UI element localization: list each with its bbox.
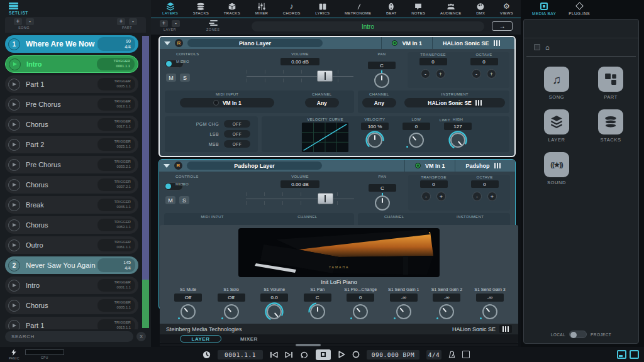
volume-value[interactable]: 0.00 dB <box>280 180 319 188</box>
setlist-part[interactable]: Pre ChorusTRIGGER0033.2.1 <box>5 156 138 173</box>
tab-tracks[interactable]: TRACKS <box>224 3 240 15</box>
setlist-part[interactable]: Part 2TRIGGER0025.1.1 <box>5 136 138 153</box>
param-value[interactable]: Off <box>174 293 202 302</box>
horizontal-scrollbar[interactable] <box>160 344 518 346</box>
tile-part[interactable]: PART <box>598 67 623 100</box>
setlist-part[interactable]: Part 1TRIGGER0005.1.1 <box>5 75 138 93</box>
instrument-select[interactable]: HALion Sonic SE <box>404 98 505 107</box>
tab-dmx[interactable]: DMX <box>476 3 485 15</box>
high-value[interactable]: 127 <box>444 123 472 130</box>
instrument-selector[interactable]: HALion Sonic SE <box>432 37 510 49</box>
collapse-triangle-icon[interactable] <box>164 164 170 168</box>
layer-name-field[interactable]: Padshop Layer <box>187 162 322 170</box>
layer-name-field[interactable]: Piano Layer <box>187 39 323 47</box>
search-input[interactable] <box>5 331 133 342</box>
solo-button[interactable]: S <box>180 74 190 82</box>
param-knob[interactable] <box>482 304 497 319</box>
collapse-triangle-icon[interactable] <box>164 41 170 45</box>
previous-button[interactable] <box>270 351 278 358</box>
tab-plug-ins[interactable]: PLUG-INS <box>569 2 590 16</box>
tile-song[interactable]: ♫ SONG <box>544 67 569 100</box>
remove-part-button[interactable]: - <box>129 18 137 25</box>
play-icon[interactable] <box>8 320 20 330</box>
layout-full-zone-button[interactable] <box>630 350 639 359</box>
precount-checkbox[interactable] <box>462 351 470 358</box>
tab-layers[interactable]: LAYERS <box>162 3 178 15</box>
piano-layer-header[interactable]: R Piano Layer VM In 1 HALion Sonic SE <box>160 37 514 49</box>
velocity-knob[interactable] <box>367 133 382 148</box>
padshop-layer-header[interactable]: R Padshop Layer VM In 1 Padshop <box>159 160 515 172</box>
cycle-button[interactable] <box>300 351 309 358</box>
home-icon[interactable]: ⌂ <box>545 44 550 51</box>
play-icon[interactable] <box>8 239 20 251</box>
tab-media-bay[interactable]: MEDIA BAY <box>532 3 556 16</box>
param-knob[interactable] <box>439 304 454 319</box>
play-icon[interactable] <box>8 300 20 312</box>
filter-checkbox[interactable] <box>534 44 540 50</box>
add-part-button[interactable]: + <box>117 18 125 25</box>
metronome-button[interactable] <box>448 351 455 358</box>
transpose-value[interactable]: 0 <box>419 58 447 65</box>
tab-views[interactable]: ⚙ VIEWS <box>500 3 513 15</box>
zones-button[interactable]: ZONES <box>206 20 219 31</box>
play-icon[interactable] <box>8 179 20 191</box>
add-layer-button[interactable]: + <box>160 20 168 27</box>
play-icon[interactable] <box>8 119 20 131</box>
param-knob[interactable] <box>396 304 411 319</box>
time-signature-display[interactable]: 4/4 <box>426 350 441 359</box>
tab-chords[interactable]: ♪ CHORDS <box>283 3 301 15</box>
tempo-display[interactable]: 090.000 BPM <box>367 350 419 359</box>
pan-knob[interactable] <box>374 73 389 88</box>
param-value[interactable]: -∞ <box>476 293 504 302</box>
param-knob[interactable] <box>180 304 196 319</box>
setlist-part[interactable]: ChorusTRIGGER0037.2.1 <box>5 176 138 194</box>
tab-lyrics[interactable]: LYRICS <box>315 3 330 15</box>
param-value[interactable]: -∞ <box>433 293 460 302</box>
panic-button[interactable]: PANIC <box>9 349 19 360</box>
param-knob[interactable] <box>310 304 325 319</box>
tile-layer[interactable]: LAYER <box>544 109 569 143</box>
transpose-minus-button[interactable]: - <box>421 192 431 201</box>
setlist-part[interactable]: IntroTRIGGER0001.1.1 <box>5 55 138 73</box>
tab-mixer[interactable]: MIXER <box>240 336 258 342</box>
lsb-value[interactable]: OFF <box>224 130 250 138</box>
stop-button[interactable] <box>316 349 331 360</box>
param-value[interactable]: Off <box>218 293 245 302</box>
low-value[interactable]: 0 <box>402 123 430 130</box>
solo-button[interactable]: S <box>179 196 189 204</box>
param-value[interactable]: -∞ <box>390 293 418 302</box>
tile-stacks[interactable]: STACKS <box>598 109 623 143</box>
param-value[interactable]: C <box>304 293 331 302</box>
msb-value[interactable]: OFF <box>224 140 250 148</box>
record-enable-button[interactable]: R <box>174 162 182 170</box>
play-icon[interactable] <box>8 219 20 231</box>
play-icon[interactable] <box>8 280 20 292</box>
pgm-chg-value[interactable]: OFF <box>224 120 250 128</box>
scrollbar-thumb[interactable] <box>296 344 321 346</box>
octave-minus-button[interactable]: - <box>472 192 482 201</box>
instrument-selector[interactable]: Padshop <box>455 160 511 172</box>
tab-layer[interactable]: LAYER <box>180 335 221 343</box>
octave-plus-button[interactable]: + <box>487 192 497 201</box>
low-knob[interactable] <box>409 133 424 148</box>
midi-input-select[interactable]: VM In 1 <box>180 98 274 107</box>
record-enable-button[interactable]: R <box>175 39 183 47</box>
play-icon[interactable] <box>8 79 20 90</box>
tab-beat[interactable]: BEAT <box>386 3 396 15</box>
setlist-part[interactable]: Part 1TRIGGER0013.1.1 <box>5 317 138 329</box>
midi-input-indicator[interactable]: VM In 1 <box>404 160 455 172</box>
next-button[interactable] <box>285 351 293 358</box>
mute-button[interactable]: M <box>166 74 176 82</box>
octave-value[interactable]: 0 <box>471 180 499 188</box>
tab-mixer[interactable]: MIXER <box>255 3 269 15</box>
setlist-part[interactable]: ChorusTRIGGER0017.1.1 <box>5 116 138 133</box>
volume-slider-handle[interactable] <box>318 193 333 204</box>
inst-channel-select[interactable]: Any <box>362 98 396 107</box>
setlist-part[interactable]: IntroTRIGGER0001.1.1 <box>5 277 138 294</box>
mute-button[interactable]: M <box>165 196 175 204</box>
current-part-display[interactable]: Intro <box>252 21 484 31</box>
transpose-plus-button[interactable]: + <box>436 192 446 201</box>
param-knob[interactable] <box>353 304 368 319</box>
param-value[interactable]: 0.0 <box>260 293 288 302</box>
high-knob[interactable] <box>450 133 465 148</box>
